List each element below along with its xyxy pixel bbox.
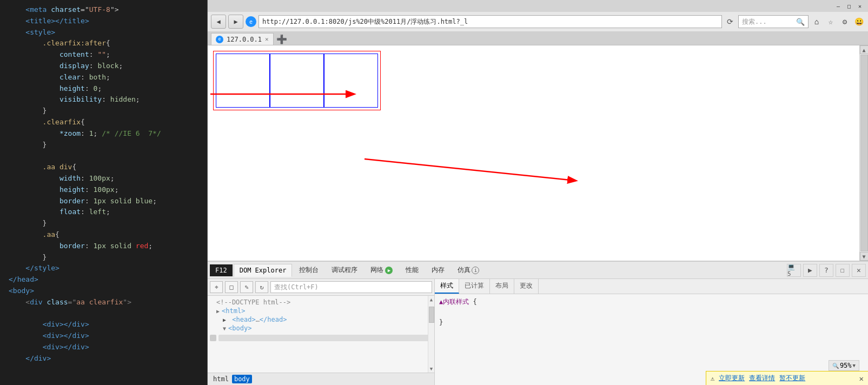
float-div-3 [324,54,378,108]
new-tab-button[interactable]: ➕ [276,33,288,45]
devtools-tab-f12[interactable]: F12 [210,264,233,276]
code-line [9,150,203,162]
refresh-button[interactable]: ⟳ [724,16,736,28]
devtools-tab-emulation[interactable]: 仿真 i [452,263,485,277]
float-div-2 [270,54,324,108]
code-line: </div> [9,353,203,364]
browser-toolbar-icons: ⌂ ☆ ⚙ 😀 [811,16,865,28]
zoom-level: 95% [840,362,852,369]
code-line [9,364,203,376]
dom-refresh-tool[interactable]: ↻ [255,281,268,293]
browser-tab-bar: e 127.0.0.1 ✕ ➕ [208,31,868,45]
code-line: border: 1px solid blue; [9,196,203,207]
update-dismiss-link[interactable]: 暂不更新 [779,374,805,383]
code-line: height: 100px; [9,184,203,196]
devtools-tab-console[interactable]: 控制台 [293,263,324,277]
update-now-link[interactable]: 立即更新 [719,374,745,383]
code-editor: <meta charset="UTF-8"> <title></title> <… [0,0,207,385]
devtools-tab-debugger[interactable]: 调试程序 [326,263,363,277]
dom-node-head[interactable]: ▶ <head>…</head> [208,315,434,324]
back-button[interactable]: ◀ [211,15,226,29]
dom-scrollthumb[interactable] [429,307,434,323]
search-input[interactable]: 搜索... 🔍 [738,15,809,28]
browser-tab[interactable]: e 127.0.0.1 ✕ [211,33,274,45]
styles-tab-layout[interactable]: 布局 [490,279,514,294]
code-line: content: ""; [9,49,203,61]
browser-icon: e [246,16,256,27]
devtools-help-icon[interactable]: ? [819,264,833,277]
update-detail-link[interactable]: 查看详情 [749,374,775,383]
code-line [9,308,203,320]
devtools-right-tools: 💻 5 ▶ ? ☐ ✕ [787,264,866,277]
zoom-dropdown-icon[interactable]: ▼ [853,363,856,368]
devtools-undock-icon[interactable]: ☐ [836,264,850,277]
dom-node-doctype[interactable]: <!--DOCTYPE html--> [208,298,434,307]
devtools-screen-icon[interactable]: 💻 5 [787,264,801,277]
devtools-tab-bar: F12 DOM Explorer 控制台 调试程序 网络 ▶ 性能 内存 仿真 … [208,262,868,279]
update-close-button[interactable]: ✕ [859,374,864,383]
emoji-icon[interactable]: 😀 [853,16,865,28]
code-line: <div></div> [9,342,203,353]
scroll-down-button[interactable]: ▼ [860,252,869,261]
viewport-scrollbar[interactable]: ▲ ▼ [859,45,868,261]
code-line: .clearfix{ [9,117,203,128]
dom-node-body[interactable]: ▼<body> [208,324,434,333]
title-bar: — □ ✕ [208,0,868,12]
breadcrumb-html[interactable]: html [211,375,231,383]
code-line: float: left; [9,207,203,218]
dom-select-tool[interactable]: ⌖ [210,281,223,293]
dom-search-input[interactable]: 查找(Ctrl+F) [270,281,432,293]
breadcrumb-body[interactable]: body [232,375,252,383]
scroll-thumb[interactable] [860,55,868,251]
code-line: <meta charset="UTF-8"> [9,4,203,16]
styles-tab-computed[interactable]: 已计算 [459,279,490,294]
float-div-1 [216,54,270,108]
code-line: } [9,140,203,151]
devtools-panel: F12 DOM Explorer 控制台 调试程序 网络 ▶ 性能 内存 仿真 … [208,261,868,385]
dom-toolbar: ⌖ □ ✎ ↻ 查找(Ctrl+F) [208,279,434,296]
devtools-run-icon[interactable]: ▶ [803,264,817,277]
favorites-icon[interactable]: ☆ [825,16,837,28]
code-line: } [9,218,203,229]
dom-scrollbar[interactable]: ▲ ▼ [428,296,434,373]
url-input[interactable]: http://127.0.0.1:8020/js%20中级%2011月/浮动练习… [259,15,722,28]
minimize-button[interactable]: — [833,2,843,10]
dom-box-tool[interactable]: □ [225,281,238,293]
styles-tab-bar: 样式 已计算 布局 更改 [435,279,868,294]
clearfix-demo-container [213,51,381,110]
update-bar: ⚠ 立即更新 查看详情 暂不更新 ✕ [706,371,868,385]
code-line: visibility: hidden; [9,94,203,105]
code-line: *zoom: 1; /* //IE 6 7*/ [9,128,203,140]
dom-panel: ⌖ □ ✎ ↻ 查找(Ctrl+F) <!--DOCTYPE html--> ▶… [208,279,435,385]
devtools-tab-network[interactable]: 网络 ▶ [365,263,399,277]
dom-breadcrumb: html body [208,373,434,385]
devtools-tab-performance[interactable]: 性能 [400,263,425,277]
devtools-tab-dom[interactable]: DOM Explorer [234,264,293,277]
address-bar: ◀ ▶ e http://127.0.0.1:8020/js%20中级%2011… [208,12,868,31]
settings-icon[interactable]: ⚙ [839,16,851,28]
scroll-up-button[interactable]: ▲ [860,45,869,54]
home-icon[interactable]: ⌂ [811,16,823,28]
update-bar-label: ⚠ [711,375,714,382]
dom-tree: <!--DOCTYPE html--> ▶<html> ▶ <head>…</h… [208,296,434,373]
forward-button[interactable]: ▶ [228,15,243,29]
devtools-close-icon[interactable]: ✕ [852,264,866,277]
code-line: </style> [9,263,203,274]
styles-tab-changes[interactable]: 更改 [514,279,539,294]
code-line: } [9,252,203,263]
maximize-button[interactable]: □ [844,2,854,10]
svg-line-1 [365,159,575,181]
demo-content [208,45,868,118]
code-line: <title></title> [9,16,203,27]
code-line: .aa div{ [9,162,203,173]
dom-edit-tool[interactable]: ✎ [240,281,253,293]
dom-node-html[interactable]: ▶<html> [208,307,434,315]
styles-tab-styles[interactable]: 样式 [435,279,459,294]
code-line: } [9,105,203,117]
devtools-tab-memory[interactable]: 内存 [426,263,450,277]
zoom-bar: 🔍 95% ▼ [829,360,859,371]
close-button[interactable]: ✕ [855,2,865,10]
code-line: .aa{ [9,229,203,241]
tab-close-button[interactable]: ✕ [265,36,269,43]
code-line: width: 100px; [9,173,203,184]
